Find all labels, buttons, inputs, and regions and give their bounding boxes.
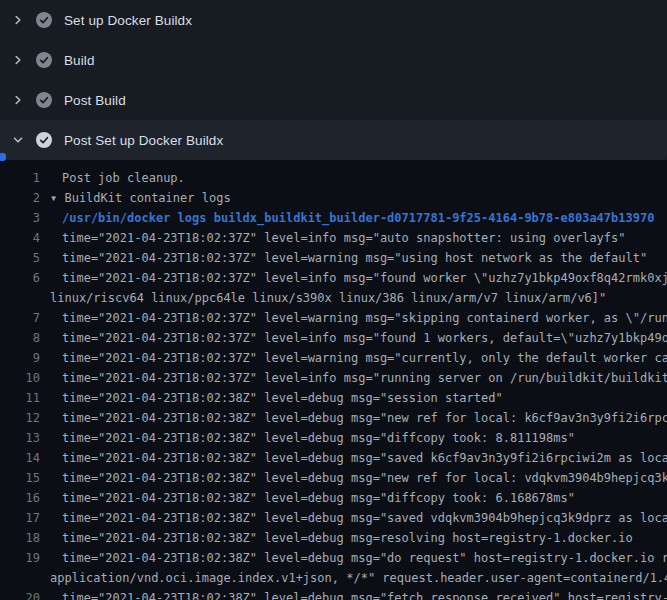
- log-row: 15time="2021-04-23T18:02:38Z" level=debu…: [0, 468, 667, 488]
- log-line-text: time="2021-04-23T18:02:37Z" level=info m…: [0, 328, 667, 348]
- log-row: 19time="2021-04-23T18:02:38Z" level=debu…: [0, 548, 667, 568]
- log-row: 9time="2021-04-23T18:02:37Z" level=warni…: [0, 348, 667, 368]
- log-row: 20time="2021-04-23T18:02:38Z" level=debu…: [0, 588, 667, 600]
- log-row: 8time="2021-04-23T18:02:37Z" level=info …: [0, 328, 667, 348]
- check-circle-icon: [36, 92, 52, 108]
- log-line-text: time="2021-04-23T18:02:37Z" level=info m…: [0, 368, 667, 388]
- log-line-text: time="2021-04-23T18:02:38Z" level=debug …: [0, 488, 667, 508]
- line-number[interactable]: 4: [0, 228, 40, 248]
- line-number[interactable]: 20: [0, 588, 40, 600]
- log-row: 13time="2021-04-23T18:02:38Z" level=debu…: [0, 428, 667, 448]
- line-number[interactable]: 9: [0, 348, 40, 368]
- log-row: 17time="2021-04-23T18:02:38Z" level=debu…: [0, 508, 667, 528]
- line-number[interactable]: 1: [0, 168, 40, 188]
- log-row: 18time="2021-04-23T18:02:38Z" level=debu…: [0, 528, 667, 548]
- section-row[interactable]: Post Set up Docker Buildx: [0, 120, 667, 160]
- line-number[interactable]: 8: [0, 328, 40, 348]
- line-number[interactable]: 12: [0, 408, 40, 428]
- log-line-text: time="2021-04-23T18:02:38Z" level=debug …: [0, 548, 667, 568]
- log-row: 1Post job cleanup.: [0, 168, 667, 188]
- line-number[interactable]: 19: [0, 548, 40, 568]
- section-label: Set up Docker Buildx: [64, 13, 192, 28]
- log-line-text: time="2021-04-23T18:02:37Z" level=warnin…: [0, 248, 667, 268]
- log-line-text: time="2021-04-23T18:02:37Z" level=info m…: [0, 228, 667, 248]
- log-line-text: time="2021-04-23T18:02:37Z" level=warnin…: [0, 308, 667, 328]
- log-row: linux/riscv64 linux/ppc64le linux/s390x …: [0, 288, 667, 308]
- log-line-text: time="2021-04-23T18:02:38Z" level=debug …: [0, 408, 667, 428]
- check-circle-icon: [36, 52, 52, 68]
- log-row: 2▾ BuildKit container logs: [0, 188, 667, 208]
- log-line-text: time="2021-04-23T18:02:38Z" level=debug …: [0, 388, 667, 408]
- log-row: 12time="2021-04-23T18:02:38Z" level=debu…: [0, 408, 667, 428]
- log-row: 14time="2021-04-23T18:02:38Z" level=debu…: [0, 448, 667, 468]
- line-number[interactable]: 11: [0, 388, 40, 408]
- log-row: 5time="2021-04-23T18:02:37Z" level=warni…: [0, 248, 667, 268]
- log-line-text: Post job cleanup.: [0, 168, 667, 188]
- section-row[interactable]: Set up Docker Buildx: [0, 0, 667, 40]
- log-line-text: time="2021-04-23T18:02:38Z" level=debug …: [0, 428, 667, 448]
- chevron-right-icon: [12, 94, 24, 106]
- log-row: 6time="2021-04-23T18:02:37Z" level=info …: [0, 268, 667, 288]
- log-row: 7time="2021-04-23T18:02:37Z" level=warni…: [0, 308, 667, 328]
- log-wrapped-text: linux/riscv64 linux/ppc64le linux/s390x …: [0, 288, 667, 308]
- line-number[interactable]: 2: [0, 188, 40, 208]
- check-circle-icon: [36, 132, 52, 148]
- log-row: 10time="2021-04-23T18:02:37Z" level=info…: [0, 368, 667, 388]
- line-number[interactable]: 15: [0, 468, 40, 488]
- log-row: 4time="2021-04-23T18:02:37Z" level=info …: [0, 228, 667, 248]
- section-label: Post Build: [64, 93, 126, 108]
- log-line-text: time="2021-04-23T18:02:38Z" level=debug …: [0, 448, 667, 468]
- line-number[interactable]: 5: [0, 248, 40, 268]
- section-row[interactable]: Post Build: [0, 80, 667, 120]
- log-line-text: time="2021-04-23T18:02:38Z" level=debug …: [0, 528, 667, 548]
- log-wrapped-text: application/vnd.oci.image.index.v1+json,…: [0, 568, 667, 588]
- log-row: 11time="2021-04-23T18:02:38Z" level=debu…: [0, 388, 667, 408]
- line-number[interactable]: 14: [0, 448, 40, 468]
- line-number[interactable]: 6: [0, 268, 40, 288]
- log-line-text: time="2021-04-23T18:02:37Z" level=info m…: [0, 268, 667, 288]
- section-row[interactable]: Build: [0, 40, 667, 80]
- line-number[interactable]: 17: [0, 508, 40, 528]
- chevron-right-icon: [12, 14, 24, 26]
- line-number[interactable]: 16: [0, 488, 40, 508]
- log-line-text: time="2021-04-23T18:02:37Z" level=warnin…: [0, 348, 667, 368]
- log-row: 16time="2021-04-23T18:02:38Z" level=debu…: [0, 488, 667, 508]
- check-circle-icon: [36, 12, 52, 28]
- line-number[interactable]: 7: [0, 308, 40, 328]
- section-label: Post Set up Docker Buildx: [64, 133, 223, 148]
- step-sections: Set up Docker BuildxBuildPost BuildPost …: [0, 0, 667, 160]
- line-number[interactable]: 13: [0, 428, 40, 448]
- chevron-down-icon: [12, 134, 24, 146]
- log-viewer[interactable]: 1Post job cleanup.2▾ BuildKit container …: [0, 160, 667, 600]
- focus-accent-fragment: [0, 153, 6, 161]
- chevron-right-icon: [12, 54, 24, 66]
- line-number[interactable]: 3: [0, 208, 40, 228]
- section-label: Build: [64, 53, 95, 68]
- log-line-text: time="2021-04-23T18:02:38Z" level=debug …: [0, 508, 667, 528]
- line-number[interactable]: 18: [0, 528, 40, 548]
- log-row: application/vnd.oci.image.index.v1+json,…: [0, 568, 667, 588]
- log-group-toggle[interactable]: ▾ BuildKit container logs: [0, 188, 667, 208]
- log-line-text: time="2021-04-23T18:02:38Z" level=debug …: [0, 468, 667, 488]
- log-command-text: /usr/bin/docker logs buildx_buildkit_bui…: [0, 208, 667, 228]
- log-row: 3/usr/bin/docker logs buildx_buildkit_bu…: [0, 208, 667, 228]
- line-number[interactable]: 10: [0, 368, 40, 388]
- log-line-text: time="2021-04-23T18:02:38Z" level=debug …: [0, 588, 667, 600]
